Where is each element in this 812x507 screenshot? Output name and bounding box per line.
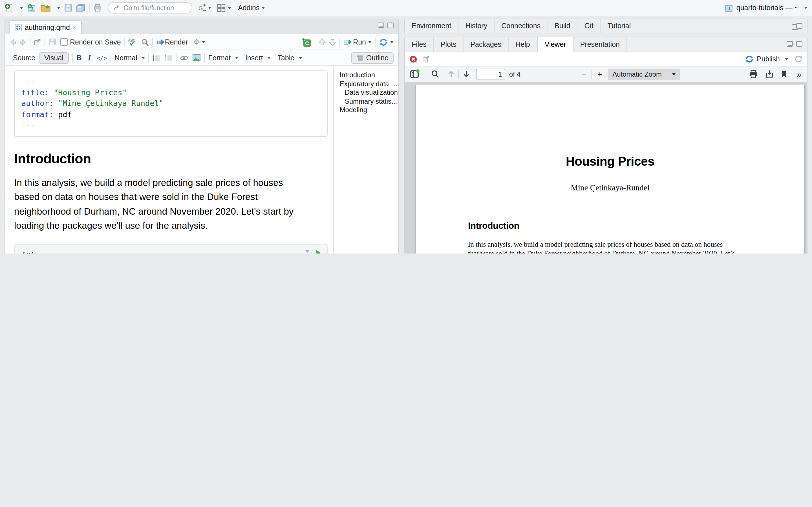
viewer-maximize-icon[interactable] bbox=[796, 41, 802, 47]
rerun-icon[interactable] bbox=[379, 38, 388, 46]
tab-connections[interactable]: Connections bbox=[495, 19, 548, 33]
intro-paragraph: In this analysis, we build a model predi… bbox=[14, 175, 334, 233]
pdf-prev-page-icon[interactable] bbox=[447, 70, 455, 78]
publish-button[interactable]: Publish bbox=[757, 55, 780, 63]
git-icon[interactable]: G bbox=[198, 3, 206, 12]
outline-item[interactable]: Summary statis… bbox=[340, 97, 398, 106]
goto-file-input[interactable]: Go to file/function bbox=[108, 2, 192, 13]
back-icon[interactable] bbox=[10, 39, 17, 45]
code-format-button[interactable]: </> bbox=[96, 54, 107, 61]
editor-toolbar: Render on Save ABC Render ⚙ C Run bbox=[5, 34, 398, 50]
tab-build[interactable]: Build bbox=[548, 19, 578, 33]
format-menu[interactable]: Format bbox=[208, 54, 239, 62]
pdf-more-tools-icon[interactable]: » bbox=[797, 69, 802, 78]
open-file-icon[interactable] bbox=[41, 3, 51, 12]
render-icon[interactable] bbox=[156, 39, 165, 45]
outline-item[interactable]: Introduction bbox=[340, 71, 398, 80]
panes-caret[interactable] bbox=[228, 7, 231, 9]
run-button[interactable]: Run bbox=[353, 38, 366, 46]
prev-chunk-icon[interactable] bbox=[319, 38, 326, 46]
outline-item[interactable]: Modeling bbox=[340, 106, 398, 115]
addins-caret[interactable] bbox=[262, 7, 265, 9]
rerun-caret[interactable] bbox=[390, 41, 394, 43]
tab-authoring-qmd[interactable]: authoring.qmd × bbox=[9, 20, 82, 34]
tab-packages[interactable]: Packages bbox=[463, 37, 509, 52]
tab-history[interactable]: History bbox=[458, 19, 495, 33]
viewer-minimize-icon[interactable] bbox=[786, 41, 793, 47]
visual-mode-button[interactable]: Visual bbox=[39, 52, 69, 63]
tab-plots[interactable]: Plots bbox=[434, 37, 464, 52]
new-project-icon[interactable]: R bbox=[27, 3, 37, 13]
git-caret[interactable] bbox=[208, 7, 211, 9]
tab-presentation[interactable]: Presentation bbox=[573, 37, 627, 52]
popout-icon[interactable] bbox=[34, 39, 41, 45]
pdf-zoom-in-icon[interactable]: + bbox=[598, 69, 603, 79]
link-icon[interactable] bbox=[180, 54, 189, 61]
tab-tutorial[interactable]: Tutorial bbox=[601, 19, 638, 33]
pdf-sidebar-toggle-icon[interactable] bbox=[410, 69, 419, 79]
stop-icon[interactable] bbox=[409, 55, 418, 63]
table-menu[interactable]: Table bbox=[277, 54, 302, 62]
outline-item[interactable]: Exploratory data … bbox=[340, 80, 398, 89]
save-doc-icon[interactable] bbox=[49, 38, 56, 46]
yaml-block[interactable]: ---title: "Housing Prices"author: "Mine … bbox=[14, 70, 327, 136]
print-icon[interactable] bbox=[93, 4, 102, 12]
viewer-popout-icon[interactable] bbox=[422, 56, 430, 62]
tab-close-icon[interactable]: × bbox=[73, 24, 77, 31]
addins-button[interactable]: Addins bbox=[238, 4, 259, 12]
paragraph-style-select[interactable]: Normal bbox=[114, 54, 145, 62]
document-canvas[interactable]: ---title: "Housing Prices"author: "Mine … bbox=[5, 66, 334, 253]
save-icon[interactable] bbox=[64, 4, 72, 12]
gear-icon[interactable]: ⚙ bbox=[193, 38, 200, 46]
spellcheck-icon[interactable]: ABC bbox=[128, 38, 137, 46]
run-chunks-above-icon[interactable] bbox=[304, 249, 311, 253]
refresh-icon[interactable] bbox=[795, 55, 802, 63]
insert-chunk-icon[interactable]: C bbox=[302, 38, 311, 47]
insert-menu[interactable]: Insert bbox=[245, 54, 271, 62]
run-caret[interactable] bbox=[368, 41, 371, 43]
panes-icon[interactable] bbox=[217, 4, 225, 12]
new-file-icon[interactable] bbox=[4, 3, 13, 13]
render-on-save-toggle[interactable]: Render on Save bbox=[60, 38, 121, 46]
next-chunk-icon[interactable] bbox=[329, 38, 336, 46]
image-icon[interactable] bbox=[193, 54, 201, 61]
search-icon[interactable] bbox=[141, 38, 149, 46]
source-mode-button[interactable]: Source bbox=[10, 53, 39, 63]
outline-item[interactable]: Data visualization bbox=[340, 89, 398, 97]
render-on-save-checkbox[interactable] bbox=[60, 38, 68, 46]
run-chunk-icon[interactable] bbox=[316, 249, 321, 253]
tab-help[interactable]: Help bbox=[509, 37, 537, 52]
tab-environment[interactable]: Environment bbox=[405, 19, 458, 33]
forward-icon[interactable] bbox=[19, 39, 27, 45]
outline-toggle-button[interactable]: Outline bbox=[352, 52, 394, 63]
maximize-pane-icon[interactable] bbox=[388, 22, 394, 28]
pdf-print-icon[interactable] bbox=[749, 70, 758, 78]
minimize-pane-icon[interactable] bbox=[378, 22, 384, 28]
pdf-zoom-out-icon[interactable]: − bbox=[581, 69, 587, 79]
pdf-bookmark-icon[interactable] bbox=[781, 70, 787, 78]
tab-git[interactable]: Git bbox=[578, 19, 601, 33]
pane-maximize-icon[interactable] bbox=[796, 23, 802, 29]
italic-button[interactable]: I bbox=[88, 53, 91, 62]
render-options-caret[interactable] bbox=[202, 41, 205, 43]
pdf-download-icon[interactable] bbox=[765, 70, 774, 78]
bold-button[interactable]: B bbox=[77, 54, 82, 62]
pdf-page-input[interactable] bbox=[476, 69, 505, 79]
new-file-caret[interactable] bbox=[20, 7, 23, 9]
pdf-search-icon[interactable] bbox=[431, 70, 439, 78]
pdf-next-page-icon[interactable] bbox=[462, 70, 470, 78]
bullet-list-icon[interactable] bbox=[153, 54, 160, 61]
render-button[interactable]: Render bbox=[165, 38, 188, 46]
pdf-viewer-area[interactable]: Housing Prices Mine Çetinkaya-Rundel Int… bbox=[405, 82, 807, 253]
tab-viewer[interactable]: Viewer bbox=[538, 37, 573, 52]
open-file-caret[interactable] bbox=[57, 7, 60, 9]
publish-caret[interactable] bbox=[785, 58, 788, 60]
project-menu[interactable]: R quarto-tutorials — ~ bbox=[725, 4, 808, 12]
pdf-page: Housing Prices Mine Çetinkaya-Rundel Int… bbox=[416, 84, 804, 253]
code-chunk[interactable]: {r} #| label: load-pkgs#| code-summary: … bbox=[14, 244, 327, 253]
pdf-intro-paragraph: In this analysis, we build a model predi… bbox=[468, 240, 748, 253]
tab-files[interactable]: Files bbox=[405, 37, 434, 52]
numbered-list-icon[interactable]: 12 bbox=[165, 54, 173, 61]
pdf-zoom-select[interactable]: Automatic Zoom bbox=[608, 68, 680, 80]
save-all-icon[interactable] bbox=[76, 4, 86, 12]
